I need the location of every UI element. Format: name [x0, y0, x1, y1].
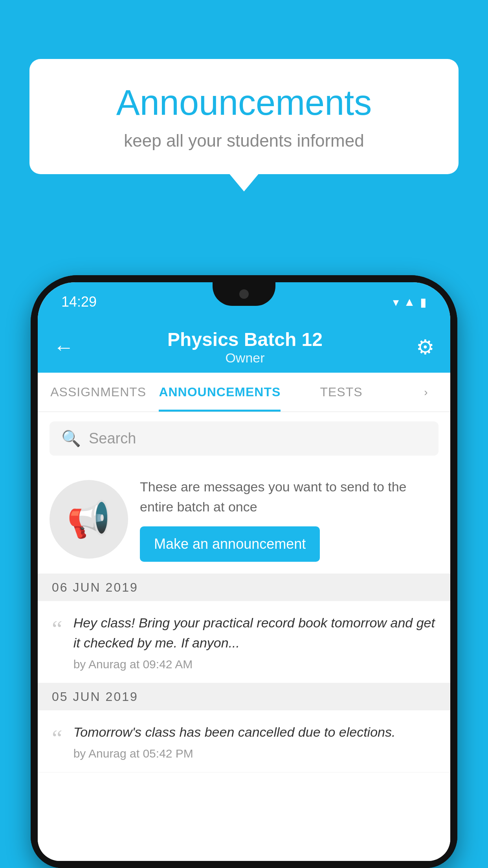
app-bar-subtitle: Owner	[74, 350, 416, 366]
promo-description: These are messages you want to send to t…	[140, 477, 438, 517]
status-bar: 14:29 ▾ ▲ ▮	[38, 282, 450, 322]
app-bar-title: Physics Batch 12	[74, 329, 416, 350]
announcement-content-1: Hey class! Bring your practical record b…	[73, 613, 436, 671]
make-announcement-button[interactable]: Make an announcement	[140, 526, 320, 562]
app-bar-title-area: Physics Batch 12 Owner	[74, 329, 416, 366]
bubble-subtitle: keep all your students informed	[61, 131, 427, 151]
announcement-meta-2: by Anurag at 05:42 PM	[73, 747, 436, 760]
quote-icon-2: “	[52, 726, 62, 750]
search-bar: 🔍 Search	[38, 412, 450, 465]
phone-screen: 14:29 ▾ ▲ ▮ ← Physics Batch 12 Own	[38, 282, 450, 861]
back-button[interactable]: ←	[53, 335, 74, 359]
tab-tests[interactable]: TESTS	[281, 373, 402, 412]
camera-dot	[239, 289, 249, 299]
speech-bubble-container: Announcements keep all your students inf…	[29, 59, 459, 174]
phone-inner: 14:29 ▾ ▲ ▮ ← Physics Batch 12 Own	[31, 275, 457, 868]
promo-section: 📢 These are messages you want to send to…	[38, 465, 450, 574]
announcement-text-1: Hey class! Bring your practical record b…	[73, 613, 436, 653]
tab-bar: ASSIGNMENTS ANNOUNCEMENTS TESTS ›	[38, 373, 450, 412]
phone-notch	[213, 282, 275, 306]
bubble-title: Announcements	[61, 83, 427, 123]
tab-announcements[interactable]: ANNOUNCEMENTS	[159, 373, 281, 412]
date-separator-1: 06 JUN 2019	[38, 574, 450, 601]
app-bar: ← Physics Batch 12 Owner ⚙	[38, 322, 450, 373]
search-icon: 🔍	[61, 429, 81, 448]
settings-icon[interactable]: ⚙	[416, 335, 435, 359]
phone-content: 🔍 Search 📢 These are messages you want t…	[38, 412, 450, 861]
announcement-text-2: Tomorrow's class has been cancelled due …	[73, 722, 436, 742]
tab-assignments[interactable]: ASSIGNMENTS	[38, 373, 159, 412]
date-separator-2: 05 JUN 2019	[38, 683, 450, 710]
tab-more[interactable]: ›	[402, 373, 450, 412]
status-time: 14:29	[61, 294, 97, 310]
status-icons: ▾ ▲ ▮	[393, 295, 427, 309]
signal-icon: ▲	[404, 295, 415, 309]
wifi-icon: ▾	[393, 295, 399, 309]
search-input[interactable]: Search	[89, 430, 136, 447]
promo-icon-circle: 📢	[50, 480, 128, 559]
megaphone-icon: 📢	[67, 499, 111, 540]
promo-right: These are messages you want to send to t…	[140, 477, 438, 562]
screen-inner: 14:29 ▾ ▲ ▮ ← Physics Batch 12 Own	[38, 282, 450, 861]
search-input-wrapper[interactable]: 🔍 Search	[50, 421, 438, 456]
announcement-meta-1: by Anurag at 09:42 AM	[73, 658, 436, 671]
battery-icon: ▮	[420, 295, 427, 309]
phone-frame: 14:29 ▾ ▲ ▮ ← Physics Batch 12 Own	[31, 275, 457, 868]
announcement-item-2: “ Tomorrow's class has been cancelled du…	[38, 710, 450, 772]
announcement-content-2: Tomorrow's class has been cancelled due …	[73, 722, 436, 760]
speech-bubble: Announcements keep all your students inf…	[29, 59, 459, 174]
announcement-item-1: “ Hey class! Bring your practical record…	[38, 601, 450, 683]
quote-icon-1: “	[52, 617, 62, 640]
